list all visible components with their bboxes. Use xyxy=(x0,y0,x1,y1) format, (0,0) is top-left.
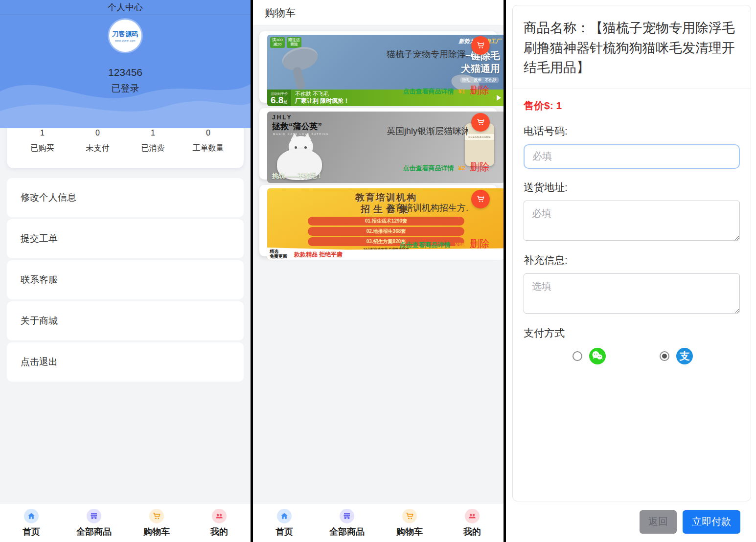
bottom-nav: 首页 全部商品 购物车 我的 xyxy=(253,504,504,542)
cart-screen: 购物车 满300减20 赠送运费险 新势力周 · 淘工厂 一键除毛 犬猫通用 xyxy=(253,0,504,542)
product-name: 商品名称：【猫梳子宠物专用除浮毛刷撸猫神器针梳狗狗猫咪毛发清理开结毛用品】 xyxy=(513,5,751,89)
cart-item-title[interactable]: 英国jhly银渐层猫咪沐... xyxy=(387,125,468,137)
address-label: 送货地址: xyxy=(524,181,740,194)
order-stats: 1 已购买 0 未支付 1 已消费 0 工单数量 xyxy=(15,129,236,154)
item-price: ¥2 xyxy=(458,164,465,172)
wechat-pay-option[interactable] xyxy=(573,348,606,364)
cart-page-title: 购物车 xyxy=(253,0,504,26)
bottom-nav: 首页 全部商品 购物车 我的 xyxy=(0,504,251,542)
nav-label: 首页 xyxy=(23,526,40,538)
stat-value: 1 xyxy=(125,129,181,137)
stat-unpaid: 0 未支付 xyxy=(70,129,125,154)
cart-item-education-pack: 教育培训机构 招生合集 01.招生话术1290套 02.地推招生368套 03.… xyxy=(259,185,497,256)
nav-label: 购物车 xyxy=(143,526,170,538)
menu-item-contact-support[interactable]: 联系客服 xyxy=(7,260,244,299)
stat-value: 0 xyxy=(181,129,236,137)
extra-info-label: 补充信息: xyxy=(524,253,740,267)
cart-icon xyxy=(149,509,164,523)
cart-item-cat-shampoo: JHLY 拯救“蒲公英” MAGIC CATS LOVE BATHING CLE… xyxy=(259,108,497,180)
nav-all-products[interactable]: 全部商品 xyxy=(316,509,378,538)
profile-hero: 个人中心 刀客源码 www.dkewl.com 123456 已登录 xyxy=(0,0,251,128)
nav-label: 我的 xyxy=(210,526,228,538)
stat-label: 已购买 xyxy=(15,143,70,154)
wechat-radio[interactable] xyxy=(573,351,582,361)
nav-mine[interactable]: 我的 xyxy=(441,509,504,538)
orders-card: 查看全部订单 → 1 已购买 0 未支付 1 已消费 0 工单数量 xyxy=(7,128,244,168)
stat-purchased: 1 已购买 xyxy=(15,129,70,154)
nav-label: 购物车 xyxy=(396,526,423,538)
extra-info-textarea[interactable] xyxy=(524,273,740,314)
ad-badge: 赠送运费险 xyxy=(287,37,301,48)
nav-label: 首页 xyxy=(275,526,293,538)
login-status: 已登录 xyxy=(0,82,251,95)
nav-all-products[interactable]: 全部商品 xyxy=(63,509,125,538)
delete-button[interactable]: 删除 xyxy=(470,84,489,97)
menu-item-edit-profile[interactable]: 修改个人信息 xyxy=(7,178,244,217)
nav-label: 全部商品 xyxy=(76,526,112,538)
cart-badge-icon[interactable] xyxy=(471,113,490,132)
personal-menu: 修改个人信息 提交工单 联系客服 关于商城 点击退出 xyxy=(7,178,244,382)
ad-list-bar: 02.地推招生368套 xyxy=(308,227,465,236)
view-detail-link[interactable]: 点击查看商品详情 xyxy=(399,241,450,249)
item-price: ¥1 xyxy=(458,88,465,95)
cart-icon xyxy=(402,509,417,523)
home-icon xyxy=(24,509,39,523)
alipay-icon[interactable]: 支 xyxy=(676,348,693,364)
nav-label: 我的 xyxy=(463,526,481,538)
cart-list: 满300减20 赠送运费险 新势力周 · 淘工厂 一键除毛 犬猫通用 除毛 · … xyxy=(253,26,504,504)
delete-button[interactable]: 删除 xyxy=(470,160,489,174)
view-detail-link[interactable]: 点击查看商品详情 xyxy=(403,87,454,96)
avatar[interactable]: 刀客源码 www.dkewl.com xyxy=(109,20,141,52)
stat-value: 0 xyxy=(70,129,125,137)
page-title: 个人中心 xyxy=(0,0,251,15)
stat-consumed: 1 已消费 xyxy=(125,129,181,154)
stat-value: 1 xyxy=(15,129,70,137)
ad-brand: JHLY xyxy=(272,114,293,121)
stat-label: 未支付 xyxy=(70,143,125,154)
checkout-card: 商品名称：【猫梳子宠物专用除浮毛刷撸猫神器针梳狗狗猫咪毛发清理开结毛用品】 售价… xyxy=(512,5,751,501)
play-arrow-icon xyxy=(497,95,501,101)
stat-label: 已消费 xyxy=(125,143,181,154)
wechat-icon[interactable] xyxy=(589,348,606,364)
alipay-option[interactable]: 支 xyxy=(660,348,693,364)
phone-label: 电话号码: xyxy=(524,124,740,138)
cart-badge-icon[interactable] xyxy=(471,36,490,55)
stat-tickets: 0 工单数量 xyxy=(181,129,236,154)
phone-input[interactable] xyxy=(524,144,740,169)
view-detail-link[interactable]: 点击查看商品详情 xyxy=(403,164,454,173)
back-button[interactable]: 返回 xyxy=(640,510,677,534)
storefront-icon xyxy=(340,509,354,523)
personal-center-screen: 个人中心 刀客源码 www.dkewl.com 123456 已登录 查看全部订… xyxy=(0,0,251,542)
menu-item-about-mall[interactable]: 关于商城 xyxy=(7,301,244,340)
address-textarea[interactable] xyxy=(524,201,740,241)
cart-badge-icon[interactable] xyxy=(471,190,490,208)
avatar-logo-url: www.dkewl.com xyxy=(115,39,136,42)
ad-badge: 满300减20 xyxy=(270,37,285,48)
ad-tags: 除毛 · 按摩 · 不伤肤 xyxy=(460,77,499,83)
cart-item-title[interactable]: 教育培训机构招生方... xyxy=(387,202,468,214)
menu-item-logout[interactable]: 点击退出 xyxy=(7,342,244,382)
checkout-footer: 返回 立即付款 xyxy=(506,501,756,542)
people-icon xyxy=(212,509,227,523)
payment-method-label: 支付方式 xyxy=(524,326,740,340)
username: 123456 xyxy=(0,67,251,78)
delete-button[interactable]: 删除 xyxy=(470,237,489,250)
checkout-screen: 商品名称：【猫梳子宠物专用除浮毛刷撸猫神器针梳狗狗猫咪毛发清理开结毛用品】 售价… xyxy=(506,0,756,542)
cart-item-pet-comb: 满300减20 赠送运费险 新势力周 · 淘工厂 一键除毛 犬猫通用 除毛 · … xyxy=(259,31,497,103)
alipay-radio[interactable] xyxy=(660,351,669,361)
pay-now-button[interactable]: 立即付款 xyxy=(683,510,740,534)
payment-options: 支 xyxy=(524,348,740,364)
storefront-icon xyxy=(87,509,101,523)
nav-home[interactable]: 首页 xyxy=(253,509,316,538)
avatar-logo-text: 刀客源码 xyxy=(112,30,138,39)
menu-item-submit-ticket[interactable]: 提交工单 xyxy=(7,219,244,258)
nav-home[interactable]: 首页 xyxy=(0,509,63,538)
nav-cart[interactable]: 购物车 xyxy=(125,509,188,538)
price-text: 售价$: 1 xyxy=(524,99,740,113)
nav-cart[interactable]: 购物车 xyxy=(378,509,441,538)
item-price: ¥99 xyxy=(455,241,465,248)
nav-mine[interactable]: 我的 xyxy=(188,509,251,538)
ad-subtitle: MAGIC CATS LOVE BATHING xyxy=(273,133,329,136)
cart-item-title[interactable]: 猫梳子宠物专用除浮... xyxy=(387,48,468,60)
ad-headline: 拯救“蒲公英” xyxy=(272,121,322,132)
